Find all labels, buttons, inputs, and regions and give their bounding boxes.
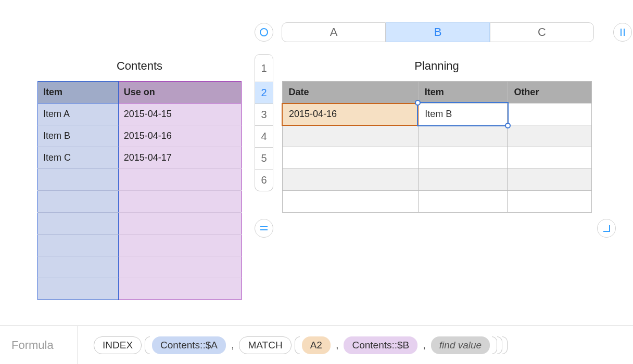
formula-comma: ,: [334, 339, 341, 351]
contents-table[interactable]: Item Use on Item A2015-04-15 Item B2015-…: [37, 81, 242, 300]
planning-cell-a2[interactable]: 2015-04-16: [282, 103, 418, 125]
formula-token-ref3[interactable]: Contents::$B: [344, 336, 417, 354]
planning-table[interactable]: Date Item Other 2015-04-16 Item B: [282, 81, 592, 213]
planning-cell[interactable]: [282, 169, 418, 191]
paren-open-icon: [295, 336, 300, 354]
planning-cell[interactable]: [508, 191, 592, 213]
contents-cell[interactable]: [38, 213, 119, 235]
resize-handle-icon[interactable]: [597, 219, 616, 238]
contents-cell[interactable]: [38, 235, 119, 256]
row-header-3[interactable]: 3: [255, 104, 273, 126]
row-header-1[interactable]: 1: [255, 54, 273, 82]
contents-cell[interactable]: [118, 191, 241, 213]
contents-cell[interactable]: Item C: [38, 147, 119, 169]
row-header-2[interactable]: 2: [255, 82, 273, 104]
select-all-handle-icon[interactable]: [255, 23, 273, 42]
row-header-6[interactable]: 6: [255, 170, 273, 191]
contents-header-item[interactable]: Item: [38, 82, 119, 103]
contents-cell[interactable]: [38, 169, 119, 191]
svg-point-0: [260, 29, 268, 36]
column-handle-icon[interactable]: [613, 23, 632, 42]
planning-cell[interactable]: [508, 125, 592, 147]
column-header-c[interactable]: C: [490, 22, 594, 42]
contents-table-region: Contents Item Use on Item A2015-04-15 It…: [37, 59, 242, 300]
row-handle-icon[interactable]: [255, 219, 273, 238]
formula-token-index[interactable]: INDEX: [94, 336, 142, 354]
paren-close-icon: [497, 336, 502, 354]
contents-title: Contents: [37, 59, 242, 73]
planning-cell[interactable]: [508, 147, 592, 169]
planning-cell[interactable]: [418, 191, 508, 213]
planning-cell[interactable]: [418, 169, 508, 191]
row-header-bar: 1 2 3 4 5 6: [255, 54, 273, 191]
contents-cell[interactable]: [118, 235, 241, 256]
formula-token-ref1[interactable]: Contents::$A: [152, 336, 226, 354]
planning-cell[interactable]: [282, 191, 418, 213]
contents-cell[interactable]: [118, 278, 241, 300]
formula-comma: ,: [229, 339, 236, 351]
contents-cell[interactable]: 2015-04-17: [118, 147, 241, 169]
planning-cell[interactable]: [508, 103, 592, 125]
planning-cell-b2-selected[interactable]: Item B: [418, 103, 508, 125]
column-header-bar: A B C: [282, 22, 606, 42]
row-header-5[interactable]: 5: [255, 148, 273, 170]
contents-cell[interactable]: 2015-04-16: [118, 125, 241, 147]
selection-handle-top-left[interactable]: [415, 100, 421, 106]
planning-header-item[interactable]: Item: [418, 82, 508, 103]
planning-cell[interactable]: [508, 169, 592, 191]
planning-cell[interactable]: [282, 147, 418, 169]
planning-cell-value: Item B: [425, 109, 452, 119]
contents-cell[interactable]: [38, 278, 119, 300]
paren-close-icon: [502, 336, 508, 354]
planning-title: Planning: [282, 59, 592, 73]
row-header-4[interactable]: 4: [255, 126, 273, 148]
formula-token-match[interactable]: MATCH: [239, 336, 291, 354]
formula-label: Formula: [0, 326, 78, 364]
planning-table-region: Planning Date Item Other 2015-04-16 Item…: [282, 59, 592, 213]
contents-cell[interactable]: Item B: [38, 125, 119, 147]
planning-header-date[interactable]: Date: [282, 82, 418, 103]
formula-token-placeholder[interactable]: find value: [431, 336, 490, 354]
paren-close-icon: [492, 336, 497, 354]
contents-cell[interactable]: [118, 256, 241, 278]
formula-bar: Formula INDEX Contents::$A , MATCH A2 , …: [0, 326, 633, 364]
contents-cell[interactable]: [118, 213, 241, 235]
formula-token-ref2[interactable]: A2: [302, 336, 331, 354]
contents-cell[interactable]: 2015-04-15: [118, 103, 241, 125]
formula-comma: ,: [421, 339, 428, 351]
contents-cell[interactable]: [38, 191, 119, 213]
contents-cell[interactable]: Item A: [38, 103, 119, 125]
contents-cell[interactable]: [118, 169, 241, 191]
planning-cell[interactable]: [282, 125, 418, 147]
formula-content[interactable]: INDEX Contents::$A , MATCH A2 , Contents…: [78, 336, 633, 354]
planning-header-other[interactable]: Other: [508, 82, 592, 103]
paren-open-icon: [145, 336, 150, 354]
planning-cell[interactable]: [418, 147, 508, 169]
planning-cell[interactable]: [418, 125, 508, 147]
column-header-b[interactable]: B: [386, 22, 490, 42]
contents-header-useon[interactable]: Use on: [118, 82, 241, 103]
column-header-a[interactable]: A: [282, 22, 386, 42]
contents-cell[interactable]: [38, 256, 119, 278]
